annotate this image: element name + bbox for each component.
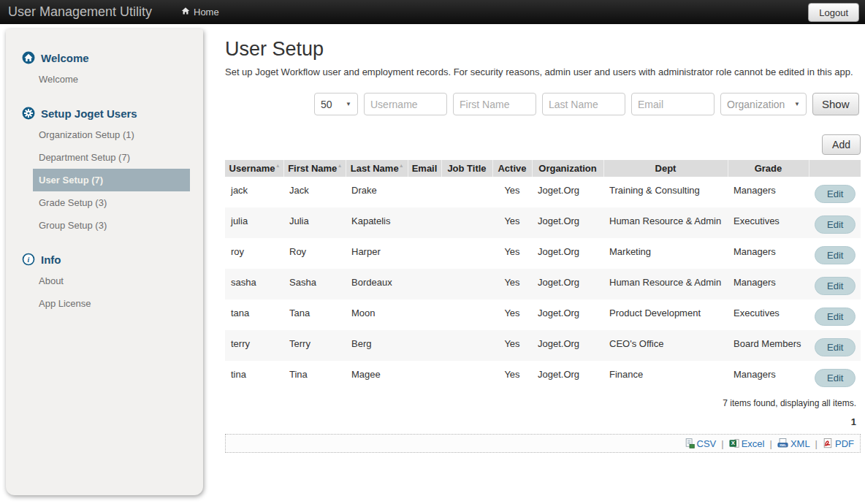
- cell-organization: Joget.Org: [532, 269, 603, 299]
- export-xml-link[interactable]: XMLXML: [777, 438, 810, 449]
- cell-actions: Edit: [809, 177, 861, 207]
- add-button[interactable]: Add: [822, 134, 861, 155]
- cell-actions: Edit: [809, 207, 861, 238]
- cell-actions: Edit: [809, 299, 861, 330]
- sidebar-section-title: Setup Joget Users: [41, 107, 137, 120]
- sidebar-section-header: Setup Joget Users: [22, 107, 190, 120]
- cell-active: Yes: [492, 269, 532, 299]
- sidebar-item-user-setup-7[interactable]: User Setup (7): [33, 169, 190, 191]
- column-header-organization[interactable]: Organization: [532, 160, 603, 177]
- column-header-email[interactable]: Email: [408, 160, 441, 177]
- column-header-grade[interactable]: Grade: [728, 160, 809, 177]
- edit-button[interactable]: Edit: [815, 369, 856, 387]
- export-link-label: PDF: [835, 438, 854, 449]
- cell-grade: Managers: [728, 177, 809, 207]
- cell-dept: Finance: [603, 361, 728, 392]
- cell-first_name: Terry: [283, 330, 346, 361]
- sidebar-items: AboutApp License: [33, 270, 190, 315]
- sidebar-item-app-license[interactable]: App License: [33, 292, 190, 315]
- cell-organization: Joget.Org: [532, 207, 603, 238]
- cell-email: [408, 177, 441, 207]
- cell-last_name: Bordeaux: [346, 269, 408, 299]
- csv-icon: [685, 438, 695, 448]
- cell-dept: Product Development: [603, 299, 728, 330]
- username-filter-input[interactable]: [364, 93, 447, 115]
- cell-active: Yes: [492, 207, 532, 238]
- export-link-label: Excel: [742, 438, 765, 449]
- sidebar-section-title: Welcome: [41, 52, 89, 64]
- export-excel-link[interactable]: XExcel: [729, 438, 765, 449]
- cell-email: [408, 361, 441, 392]
- page-size-select[interactable]: 50 ▼: [314, 93, 358, 115]
- cell-grade: Managers: [728, 269, 809, 299]
- organization-filter-select[interactable]: Organization ▼: [720, 93, 807, 115]
- cell-email: [408, 330, 441, 361]
- pagination-page-number[interactable]: 1: [225, 416, 861, 427]
- column-header-dept[interactable]: Dept: [603, 160, 728, 177]
- table-row: tanaTanaMoonYesJoget.OrgProduct Developm…: [225, 299, 861, 330]
- chevron-down-icon: ▼: [346, 101, 351, 107]
- organization-filter-value: Organization: [727, 99, 785, 110]
- app-title: User Management Utility: [0, 4, 181, 20]
- users-table: Username▴First Name▴Last Name▴EmailJob T…: [225, 160, 861, 392]
- cell-dept: Human Resource & Admin: [603, 207, 728, 238]
- sidebar-item-group-setup-3[interactable]: Group Setup (3): [33, 214, 190, 237]
- column-header-last_name[interactable]: Last Name▴: [346, 160, 408, 177]
- cell-username: julia: [225, 207, 283, 238]
- cell-organization: Joget.Org: [532, 177, 603, 207]
- page-description: Set up Joget Workflow user and employmen…: [225, 66, 861, 77]
- sidebar-item-grade-setup-3[interactable]: Grade Setup (3): [33, 191, 190, 214]
- edit-button[interactable]: Edit: [815, 246, 856, 264]
- cell-organization: Joget.Org: [532, 361, 603, 392]
- column-header-job_title[interactable]: Job Title: [441, 160, 492, 177]
- email-filter-input[interactable]: [631, 93, 715, 115]
- cell-first_name: Tana: [283, 299, 346, 330]
- cell-job_title: [441, 361, 492, 392]
- sidebar-item-about[interactable]: About: [33, 270, 190, 292]
- show-button[interactable]: Show: [812, 93, 859, 115]
- cell-first_name: Sasha: [283, 269, 346, 299]
- cell-grade: Managers: [728, 238, 809, 269]
- column-header-first_name[interactable]: First Name▴: [283, 160, 346, 177]
- edit-button[interactable]: Edit: [815, 308, 856, 326]
- last-name-filter-input[interactable]: [542, 93, 625, 115]
- cell-dept: CEO's Office: [603, 330, 728, 361]
- cell-grade: Executives: [728, 299, 809, 330]
- edit-button[interactable]: Edit: [815, 215, 856, 234]
- column-header-active[interactable]: Active: [492, 160, 532, 177]
- filter-bar: 50 ▼ Organization ▼ Show: [314, 93, 861, 115]
- cell-actions: Edit: [809, 330, 861, 361]
- sidebar-item-department-setup-7[interactable]: Department Setup (7): [33, 146, 190, 169]
- export-pdf-link[interactable]: PDF: [823, 438, 854, 449]
- first-name-filter-input[interactable]: [453, 93, 536, 115]
- edit-button[interactable]: Edit: [815, 338, 856, 356]
- edit-button[interactable]: Edit: [815, 277, 856, 295]
- export-csv-link[interactable]: CSV: [685, 438, 717, 449]
- sidebar-menu: WelcomeWelcomeSetup Joget UsersOrganizat…: [6, 29, 203, 495]
- logout-button[interactable]: Logout: [808, 3, 859, 22]
- cell-active: Yes: [492, 177, 532, 207]
- cell-email: [408, 207, 441, 238]
- cell-grade: Executives: [728, 207, 809, 238]
- xml-icon: XML: [777, 438, 788, 448]
- cell-first_name: Tina: [283, 361, 346, 392]
- home-link[interactable]: Home: [181, 7, 219, 18]
- sidebar-section-setup-joget-users: Setup Joget UsersOrganization Setup (1)D…: [22, 107, 190, 237]
- export-separator: |: [721, 438, 723, 449]
- cell-job_title: [441, 330, 492, 361]
- sort-icon: ▴: [338, 163, 341, 168]
- column-header-username[interactable]: Username▴: [225, 160, 283, 177]
- sidebar-section-welcome: WelcomeWelcome: [22, 51, 190, 91]
- cell-organization: Joget.Org: [532, 330, 603, 361]
- cell-organization: Joget.Org: [532, 299, 603, 330]
- edit-button[interactable]: Edit: [815, 185, 856, 203]
- cell-email: [408, 269, 441, 299]
- cell-grade: Managers: [728, 361, 809, 392]
- cell-active: Yes: [492, 361, 532, 392]
- cell-active: Yes: [492, 299, 532, 330]
- svg-text:XML: XML: [780, 443, 787, 447]
- cell-job_title: [441, 299, 492, 330]
- sidebar-item-organization-setup-1[interactable]: Organization Setup (1): [33, 123, 190, 146]
- sidebar-item-welcome[interactable]: Welcome: [33, 68, 190, 91]
- gears-icon: [22, 107, 35, 120]
